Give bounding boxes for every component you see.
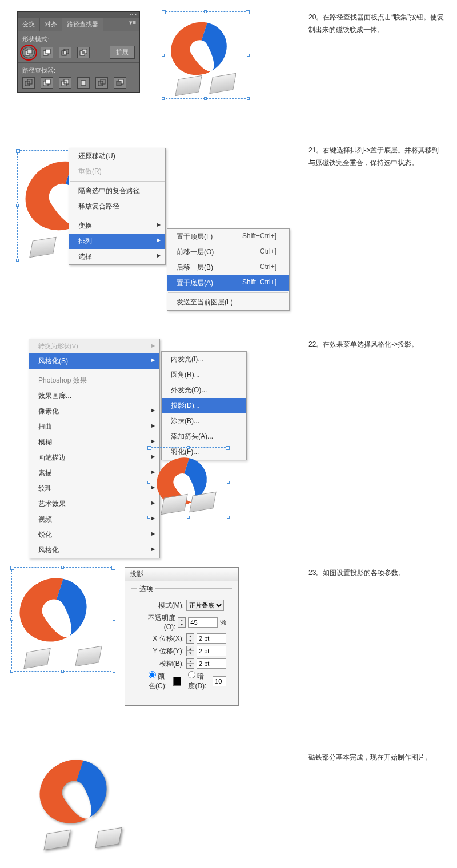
step-23: 投影 选项 模式(M): 正片叠底 不透明度(O): ▲▼ % X 位移(X):… bbox=[11, 567, 446, 706]
dialog-title: 投影 bbox=[125, 568, 238, 581]
y-offset-label: Y 位移(Y): bbox=[137, 646, 184, 656]
tab-pathfinder[interactable]: 路径查找器 bbox=[62, 18, 103, 31]
blur-label: 模糊(B): bbox=[137, 659, 184, 669]
ps-effects-header: Photoshop 效果 bbox=[29, 373, 159, 388]
final-text: 磁铁部分基本完成，现在开始制作图片。 bbox=[297, 752, 446, 764]
x-offset-label: X 位移(X): bbox=[137, 634, 184, 644]
menu-sharpen[interactable]: 锐化 bbox=[29, 527, 159, 542]
minus-back-button[interactable] bbox=[114, 77, 126, 89]
expand-button[interactable]: 扩展 bbox=[110, 46, 135, 59]
menu-brush-strokes[interactable]: 画笔描边 bbox=[29, 450, 159, 465]
exclude-button[interactable] bbox=[77, 47, 90, 58]
menu-effect-gallery[interactable]: 效果画廊... bbox=[29, 388, 159, 404]
step-final: 磁铁部分基本完成，现在开始制作图片。 bbox=[11, 752, 446, 850]
menu-bring-to-front[interactable]: 置于顶层(F)Shift+Ctrl+] bbox=[167, 229, 289, 244]
menu-stylize[interactable]: 风格化(S) bbox=[29, 353, 159, 369]
opacity-label: 不透明度(O): bbox=[137, 613, 175, 631]
menu-send-to-back[interactable]: 置于底层(A)Shift+Ctrl+[ bbox=[167, 275, 289, 291]
menu-add-arrowheads[interactable]: 添加箭头(A)... bbox=[162, 429, 246, 444]
menu-drop-shadow[interactable]: 投影(D)... bbox=[162, 398, 246, 413]
x-offset-input[interactable] bbox=[197, 633, 226, 644]
selected-magnet-copy[interactable] bbox=[163, 11, 248, 99]
crop-button[interactable] bbox=[77, 77, 90, 89]
menu-send-backward[interactable]: 后移一层(B)Ctrl+[ bbox=[167, 260, 289, 275]
selected-magnet-step23[interactable] bbox=[11, 567, 114, 672]
svg-rect-13 bbox=[46, 79, 50, 84]
svg-rect-9 bbox=[82, 51, 85, 54]
menu-inner-glow[interactable]: 内发光(I)... bbox=[162, 352, 246, 367]
opacity-input[interactable] bbox=[188, 617, 218, 628]
menu-undo-move[interactable]: 还原移动(U) bbox=[69, 148, 165, 164]
svg-rect-14 bbox=[81, 81, 86, 85]
divide-button[interactable] bbox=[22, 77, 35, 89]
arrange-submenu[interactable]: 置于顶层(F)Shift+Ctrl+] 前移一层(O)Ctrl+] 后移一层(B… bbox=[167, 228, 290, 311]
x-spinner[interactable]: ▲▼ bbox=[186, 633, 194, 644]
shape-mode-label: 形状模式: bbox=[22, 35, 135, 43]
minus-front-button[interactable] bbox=[41, 47, 53, 58]
menu-outer-glow[interactable]: 外发光(O)... bbox=[162, 383, 246, 398]
y-offset-input[interactable] bbox=[197, 646, 226, 656]
tab-align[interactable]: 对齐 bbox=[40, 18, 62, 31]
selected-magnet-bg[interactable] bbox=[149, 447, 228, 517]
mode-label: 模式(M): bbox=[137, 601, 184, 610]
effect-menu[interactable]: 转换为形状(V) 风格化(S) Photoshop 效果 效果画廊... 像素化… bbox=[29, 339, 160, 558]
menu-blur[interactable]: 模糊 bbox=[29, 435, 159, 450]
menu-transform[interactable]: 变换 bbox=[69, 218, 165, 234]
step-21-text: 21。右键选择排列->置于底层。并将其移到与原磁铁完全重合，保持选中状态。 bbox=[297, 144, 446, 169]
svg-rect-6 bbox=[64, 51, 66, 54]
tab-transform[interactable]: 变换 bbox=[18, 18, 40, 31]
step-20: ‹‹ × 变换 对齐 路径查找器 ▾≡ 形状模式: bbox=[11, 11, 446, 99]
menu-artistic[interactable]: 艺术效果 bbox=[29, 496, 159, 512]
color-swatch[interactable] bbox=[173, 677, 182, 686]
intersect-button[interactable] bbox=[59, 47, 71, 58]
menu-release-compound[interactable]: 释放复合路径 bbox=[69, 199, 165, 214]
blur-input[interactable] bbox=[197, 658, 226, 669]
svg-rect-18 bbox=[117, 81, 121, 86]
menu-video[interactable]: 视频 bbox=[29, 512, 159, 527]
menu-arrange[interactable]: 排列 bbox=[69, 234, 165, 249]
percent-sign: % bbox=[220, 618, 226, 626]
options-legend: 选项 bbox=[137, 584, 155, 594]
menu-convert-to-shape: 转换为形状(V) bbox=[29, 339, 159, 353]
trim-button[interactable] bbox=[41, 77, 53, 89]
svg-rect-1 bbox=[27, 49, 32, 54]
panel-menu-icon[interactable]: ▾≡ bbox=[126, 18, 139, 31]
pathfinder-ops-label: 路径查找器: bbox=[22, 66, 135, 75]
pathfinder-panel: ‹‹ × 变换 对齐 路径查找器 ▾≡ 形状模式: bbox=[17, 11, 140, 93]
darkness-radio[interactable]: 暗度(D): bbox=[188, 671, 210, 691]
menu-scribble[interactable]: 涂抹(B)... bbox=[162, 413, 246, 429]
step-21: 还原移动(U) 重做(R) 隔离选中的复合路径 释放复合路径 变换 排列 选择 … bbox=[11, 144, 446, 293]
darkness-input[interactable] bbox=[213, 676, 226, 686]
context-menu[interactable]: 还原移动(U) 重做(R) 隔离选中的复合路径 释放复合路径 变换 排列 选择 bbox=[69, 148, 166, 265]
menu-sketch[interactable]: 素描 bbox=[29, 465, 159, 481]
opacity-spinner[interactable]: ▲▼ bbox=[178, 617, 186, 628]
menu-bring-forward[interactable]: 前移一层(O)Ctrl+] bbox=[167, 244, 289, 260]
menu-ps-stylize[interactable]: 风格化 bbox=[29, 542, 159, 558]
step-20-text: 20。在路径查找器面板点击“联集”按钮。使复制出来的磁铁联成一体。 bbox=[297, 11, 446, 36]
menu-texture[interactable]: 纹理 bbox=[29, 481, 159, 496]
merge-button[interactable] bbox=[59, 77, 71, 89]
step-22: 转换为形状(V) 风格化(S) Photoshop 效果 效果画廊... 像素化… bbox=[11, 339, 446, 521]
stylize-submenu[interactable]: 内发光(I)... 圆角(R)... 外发光(O)... 投影(D)... 涂抹… bbox=[161, 351, 247, 460]
menu-select[interactable]: 选择 bbox=[69, 249, 165, 264]
step-22-text: 22。在效果菜单选择风格化->投影。 bbox=[297, 339, 446, 351]
blur-spinner[interactable]: ▲▼ bbox=[186, 658, 194, 669]
menu-round-corners[interactable]: 圆角(R)... bbox=[162, 367, 246, 383]
mode-select[interactable]: 正片叠底 bbox=[186, 600, 224, 611]
menu-distort[interactable]: 扭曲 bbox=[29, 419, 159, 435]
step-23-text: 23。如图设置投影的各项参数。 bbox=[297, 567, 446, 580]
menu-send-to-current-layer[interactable]: 发送至当前图层(L) bbox=[167, 295, 289, 310]
svg-rect-3 bbox=[46, 49, 50, 54]
color-radio[interactable]: 颜色(C): bbox=[149, 671, 171, 691]
y-spinner[interactable]: ▲▼ bbox=[186, 646, 194, 656]
menu-pixelate[interactable]: 像素化 bbox=[29, 404, 159, 419]
drop-shadow-dialog: 投影 选项 模式(M): 正片叠底 不透明度(O): ▲▼ % X 位移(X):… bbox=[125, 567, 239, 706]
unite-button[interactable] bbox=[22, 47, 35, 58]
outline-button[interactable] bbox=[95, 77, 108, 89]
menu-isolate-compound[interactable]: 隔离选中的复合路径 bbox=[69, 183, 165, 199]
menu-redo: 重做(R) bbox=[69, 164, 165, 179]
panel-titlebar[interactable]: ‹‹ × bbox=[18, 12, 139, 18]
